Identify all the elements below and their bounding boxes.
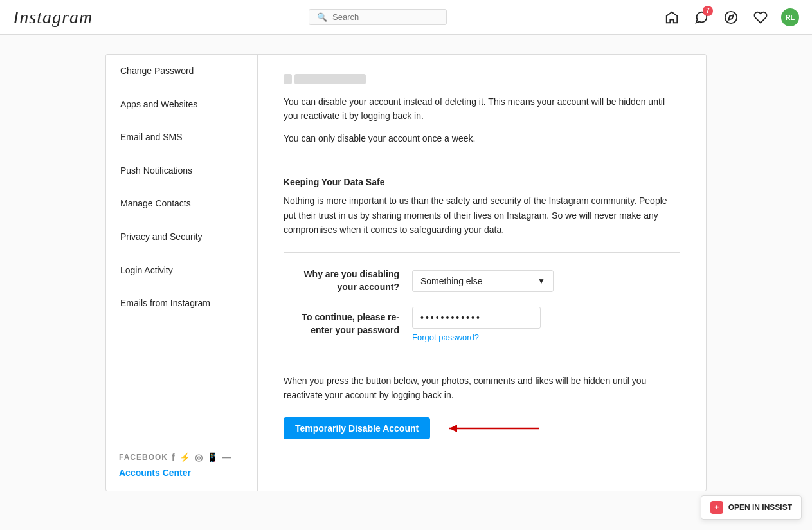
sidebar: Change Password Apps and Websites Email … — [106, 55, 258, 491]
whatsapp-icon: 📱 — [207, 452, 219, 462]
sidebar-item-change-password[interactable]: Change Password — [106, 55, 257, 88]
info-text-2: You can only disable your account once a… — [284, 131, 680, 145]
main-content-area: Hi You can disable your account instead … — [258, 55, 706, 491]
facebook-icons: f ⚡ ◎ 📱 — — [172, 452, 232, 462]
password-label: To continue, please re-enter your passwo… — [284, 311, 412, 336]
forgot-password-link[interactable]: Forgot password? — [412, 333, 680, 342]
sidebar-item-push-notifications[interactable]: Push Notifications — [106, 154, 257, 188]
sidebar-item-login-activity[interactable]: Login Activity — [106, 254, 257, 288]
content-wrapper: Change Password Apps and Websites Email … — [105, 54, 707, 491]
svg-marker-1 — [728, 15, 734, 20]
reason-dropdown-value: Something else — [420, 276, 483, 286]
notification-badge: 7 — [703, 6, 713, 16]
sidebar-item-email-and-sms[interactable]: Email and SMS — [106, 121, 257, 154]
home-icon[interactable] — [663, 8, 681, 26]
search-input[interactable] — [332, 12, 438, 22]
divider-3 — [284, 358, 680, 358]
greeting-text: Hi — [284, 74, 680, 84]
divider-1 — [284, 161, 680, 161]
disable-button-row: Temporarily Disable Account — [284, 417, 680, 439]
bottom-info-text: When you press the button below, your ph… — [284, 374, 680, 403]
password-input-wrap: Forgot password? — [412, 307, 680, 342]
header: Instagram 🔍 7 RL — [0, 0, 812, 35]
header-nav-icons: 7 RL — [663, 8, 799, 26]
facebook-label: FACEBOOK f ⚡ ◎ 📱 — — [119, 452, 244, 462]
heart-icon[interactable] — [752, 8, 770, 26]
arrow-indicator — [443, 421, 546, 436]
accounts-center-link[interactable]: Accounts Center — [119, 468, 191, 478]
portal-icon: — — [222, 452, 232, 462]
username-blur — [294, 74, 366, 84]
inssist-button[interactable]: + OPEN IN INSSIST — [701, 495, 802, 520]
chevron-down-icon: ▼ — [537, 277, 545, 286]
password-input[interactable] — [412, 307, 541, 329]
password-row: To continue, please re-enter your passwo… — [284, 307, 680, 342]
info-text-1: You can disable your account instead of … — [284, 95, 680, 123]
svg-marker-3 — [449, 425, 457, 432]
instagram-icon: ◎ — [195, 452, 203, 462]
sidebar-item-emails-from-instagram[interactable]: Emails from Instagram — [106, 287, 257, 320]
compass-icon[interactable] — [722, 8, 740, 26]
sidebar-facebook-section: FACEBOOK f ⚡ ◎ 📱 — Accounts Center — [106, 439, 257, 491]
why-label: Why are you disabling your account? — [284, 268, 412, 293]
svg-point-0 — [725, 11, 737, 23]
section-title: Keeping Your Data Safe — [284, 177, 680, 187]
main-container: Change Password Apps and Websites Email … — [0, 35, 812, 530]
temporarily-disable-button[interactable]: Temporarily Disable Account — [284, 417, 430, 439]
why-disabling-row: Why are you disabling your account? Some… — [284, 268, 680, 293]
avatar[interactable]: RL — [781, 8, 799, 26]
instagram-logo: Instagram — [13, 7, 93, 28]
divider-2 — [284, 252, 680, 253]
messenger-icon: ⚡ — [179, 452, 191, 462]
search-bar[interactable]: 🔍 — [309, 9, 447, 25]
search-icon: 🔍 — [317, 12, 327, 22]
messages-icon[interactable]: 7 — [692, 8, 710, 26]
sidebar-item-apps-and-websites[interactable]: Apps and Websites — [106, 88, 257, 122]
reason-dropdown[interactable]: Something else ▼ — [412, 270, 554, 292]
avatar-image: RL — [781, 8, 799, 26]
sidebar-item-manage-contacts[interactable]: Manage Contacts — [106, 187, 257, 221]
inssist-icon: + — [710, 501, 723, 514]
inssist-label: OPEN IN INSSIST — [728, 503, 792, 512]
why-dropdown-wrap: Something else ▼ — [412, 270, 680, 292]
facebook-f-icon: f — [172, 452, 176, 462]
sidebar-item-privacy-and-security[interactable]: Privacy and Security — [106, 221, 257, 254]
section-body: Nothing is more important to us than the… — [284, 194, 680, 237]
